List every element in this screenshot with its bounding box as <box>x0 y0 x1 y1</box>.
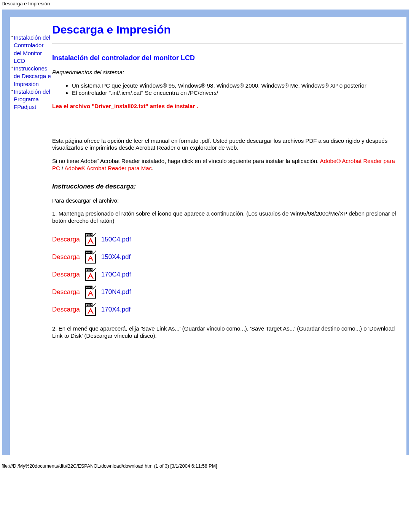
download-link[interactable]: 150C4.pdf <box>101 236 131 243</box>
download-link[interactable]: 150X4.pdf <box>101 253 131 260</box>
download-intro: Para descargar el archivo: <box>52 197 403 204</box>
download-row: Descarga P D F 170X4.pdf <box>52 301 136 318</box>
sidebar-link-install-driver[interactable]: Instalación del Controlador del Monitor … <box>14 34 51 65</box>
download-row: Descarga P D F 170N4.pdf <box>52 283 136 301</box>
download-label: Descarga <box>52 301 85 318</box>
sysreq-list: Un sistema PC que jecute Windows® 95, Wi… <box>52 82 403 96</box>
install-warning: Lea el archivo "Driver_install02.txt" an… <box>52 103 403 110</box>
download-instructions-title: Instrucciones de descarga: <box>52 183 403 190</box>
download-row: Descarga P D F 150X4.pdf <box>52 248 136 266</box>
pdf-icon[interactable]: P D F <box>85 286 96 299</box>
sysreq-label: Requerimientos del sistema: <box>52 69 403 76</box>
pdf-icon[interactable]: P D F <box>85 303 96 316</box>
sysreq-item: Un sistema PC que jecute Windows® 95, Wi… <box>72 82 403 89</box>
download-label: Descarga <box>52 231 85 248</box>
download-label: Descarga <box>52 283 85 301</box>
download-link[interactable]: 170X4.pdf <box>101 306 131 313</box>
adobe-separator: / <box>60 165 65 171</box>
adobe-prefix-text: Si no tiene Adobe¨ Acrobat Reader instal… <box>52 158 320 164</box>
step-2: 2. En el mené que aparecerá, elija 'Save… <box>52 325 403 340</box>
divider <box>52 43 403 43</box>
sidebar-link-download-instructions[interactable]: Instrucciones de Descarga e Impresión <box>14 65 51 88</box>
adobe-mac-link[interactable]: Adobe® Acrobat Reader para Mac <box>65 165 152 171</box>
content-frame: • Instalación del Controlador del Monito… <box>2 10 409 455</box>
pdf-icon[interactable]: P D F <box>85 251 96 264</box>
footer-file-path: file:///D|/My%20documents/dfu/B2C/ESPANO… <box>0 457 411 471</box>
download-table: Descarga P D F 150C4.pdf Descarga P D F <box>52 231 136 318</box>
download-label: Descarga <box>52 266 85 283</box>
download-row: Descarga P D F 150C4.pdf <box>52 231 136 248</box>
download-label: Descarga <box>52 248 85 266</box>
section-title-install: Instalación del controlador del monitor … <box>52 54 403 62</box>
pdf-icon[interactable]: P D F <box>85 268 96 281</box>
sysreq-item: El controlador ".inf/.icm/.cat" Se encue… <box>72 89 403 96</box>
adobe-paragraph: Si no tiene Adobe¨ Acrobat Reader instal… <box>52 158 403 172</box>
download-link[interactable]: 170N4.pdf <box>101 288 131 296</box>
sidebar: • Instalación del Controlador del Monito… <box>10 17 52 111</box>
page-title: Descarga e Impresión <box>52 23 403 36</box>
window-header: Descarga e Impresión <box>0 0 411 7</box>
download-link[interactable]: 170C4.pdf <box>101 271 131 278</box>
main-content: Descarga e Impresión Instalación del con… <box>52 17 406 357</box>
download-row: Descarga P D F 170C4.pdf <box>52 266 136 283</box>
sidebar-link-fpadjust[interactable]: Instalación del Programa FPadjust <box>14 88 51 111</box>
pdf-icon[interactable]: P D F <box>85 233 96 246</box>
adobe-suffix: . <box>152 165 153 171</box>
intro-paragraph: Esta página ofrece la opción de leer el … <box>52 137 403 152</box>
step-1: 1. Mantenga presionado el ratón sobre el… <box>52 210 403 225</box>
